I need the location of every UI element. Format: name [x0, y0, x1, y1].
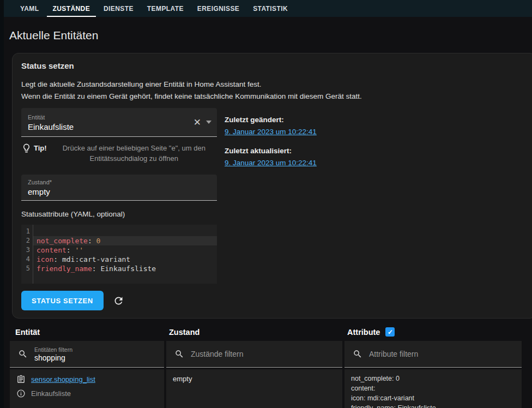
- column-header-state: Zustand: [166, 327, 342, 337]
- line-number: 1: [21, 227, 30, 236]
- column-header-entity: Entität: [10, 327, 164, 337]
- tab-zustaende[interactable]: ZUSTÄNDE: [47, 0, 96, 17]
- yaml-value: mdi:cart-variant: [62, 255, 130, 263]
- attribute-line: not_complete: 0: [351, 374, 522, 383]
- description-line: Legt die aktuelle Zustandsdarstellung ei…: [21, 79, 527, 91]
- last-changed-link[interactable]: 9. Januar 2023 um 10:22:41: [225, 128, 317, 136]
- page-title: Aktuelle Entitäten: [9, 29, 532, 45]
- state-field-label: Zustand*: [28, 179, 217, 185]
- yaml-value: Einkaufsliste: [100, 265, 156, 273]
- tab-label: STATISTIK: [253, 5, 288, 13]
- description-line: Wenn die Entität zu einem Gerät gehört, …: [21, 91, 527, 103]
- state-filter[interactable]: [166, 341, 342, 368]
- last-updated-link[interactable]: 9. Januar 2023 um 10:22:41: [225, 159, 317, 167]
- last-updated-label: Zuletzt aktualisiert:: [225, 147, 317, 155]
- table-header: Entität Zustand Attribute: [10, 327, 522, 341]
- tip-label: Tip!: [34, 144, 47, 152]
- tab-ereignisse[interactable]: EREIGNISSE: [191, 0, 245, 17]
- state-filter-input[interactable]: [191, 350, 317, 358]
- entities-table: Entität Zustand Attribute Entitäten filt…: [10, 327, 522, 408]
- entity-field-value: Einkaufsliste: [28, 122, 194, 131]
- tab-dienste[interactable]: DIENSTE: [98, 0, 140, 17]
- yaml-sep: :: [53, 255, 62, 263]
- status-card: Status setzen Legt die aktuelle Zustands…: [12, 53, 532, 319]
- tab-yaml[interactable]: YAML: [14, 0, 45, 17]
- yaml-editor[interactable]: 1 2 3 4 5 not_complete: 0 content: '' ic…: [21, 225, 217, 284]
- chevron-down-icon[interactable]: [206, 121, 211, 124]
- yaml-key: content: [37, 246, 66, 254]
- yaml-sep: :: [66, 246, 75, 254]
- entity-id-link[interactable]: sensor.shopping_list: [31, 375, 95, 383]
- attributes-checkbox[interactable]: [385, 327, 395, 337]
- search-icon: [18, 349, 28, 359]
- yaml-value: 0: [96, 237, 101, 245]
- tab-label: EREIGNISSE: [197, 5, 239, 13]
- attribute-line: friendly_name: Einkaufsliste: [351, 403, 522, 408]
- search-icon: [174, 349, 184, 359]
- filter-row: Entitäten filtern: [10, 341, 522, 368]
- line-number: 5: [21, 264, 30, 273]
- clipboard-copy-icon[interactable]: [16, 375, 26, 384]
- entity-cell: sensor.shopping_list Einkaufsliste: [10, 369, 164, 408]
- tip-text: Drücke auf einer beliebigen Seite "e", u…: [47, 141, 217, 164]
- attribute-line: content:: [351, 383, 522, 393]
- tab-label: DIENSTE: [104, 5, 134, 13]
- card-title: Status setzen: [19, 61, 527, 70]
- lightbulb-icon: [21, 143, 32, 153]
- info-icon[interactable]: [16, 389, 26, 398]
- yaml-key: friendly_name: [37, 265, 92, 273]
- left-edge-strip: [0, 0, 4, 408]
- tab-template[interactable]: TEMPLATE: [141, 0, 190, 17]
- last-changed-label: Zuletzt geändert:: [225, 116, 317, 124]
- entity-field-label: Entität: [28, 114, 194, 121]
- line-number: 4: [21, 255, 30, 264]
- state-cell: empty: [166, 369, 342, 408]
- attribute-filter-input[interactable]: [369, 350, 496, 358]
- clear-icon[interactable]: ✕: [194, 118, 201, 127]
- timestamps-panel: Zuletzt geändert: 9. Januar 2023 um 10:2…: [225, 108, 317, 313]
- table-row: sensor.shopping_list Einkaufsliste empty…: [10, 369, 522, 408]
- code-line-active: not_complete: 0: [33, 236, 217, 245]
- code-line: content: '': [33, 245, 217, 255]
- line-number: 3: [21, 245, 30, 255]
- column-header-attributes: Attribute: [344, 327, 522, 337]
- column-label: Attribute: [347, 328, 380, 337]
- yaml-sep: :: [92, 265, 101, 273]
- refresh-icon[interactable]: [113, 295, 124, 307]
- entity-friendly-name: Einkaufsliste: [31, 389, 71, 398]
- tab-bar: YAML ZUSTÄNDE DIENSTE TEMPLATE EREIGNISS…: [0, 0, 532, 17]
- column-label: Entität: [15, 328, 40, 337]
- code-line: [33, 227, 217, 236]
- yaml-sep: :: [88, 237, 96, 245]
- yaml-key: icon: [37, 255, 53, 263]
- tab-label: TEMPLATE: [147, 5, 184, 13]
- card-description: Legt die aktuelle Zustandsdarstellung ei…: [19, 79, 527, 103]
- tab-label: ZUSTÄNDE: [53, 5, 90, 13]
- yaml-value: '': [75, 246, 83, 254]
- attribute-line: icon: mdi:cart-variant: [351, 393, 522, 403]
- editor-code: not_complete: 0 content: '' icon: mdi:ca…: [33, 225, 217, 284]
- column-label: Zustand: [169, 328, 200, 337]
- search-icon: [353, 349, 362, 359]
- attribute-filter[interactable]: [344, 341, 522, 368]
- yaml-key: not_complete: [37, 237, 88, 245]
- code-line: friendly_name: Einkaufsliste: [33, 264, 217, 273]
- set-state-button[interactable]: STATUS SETZEN: [21, 291, 104, 310]
- entity-filter-input[interactable]: [34, 353, 108, 362]
- tab-label: YAML: [20, 5, 39, 13]
- entity-picker[interactable]: Entität Einkaufsliste ✕: [21, 108, 217, 137]
- line-number: 2: [21, 236, 30, 245]
- attributes-cell: not_complete: 0 content: icon: mdi:cart-…: [344, 369, 522, 408]
- entity-filter-label: Entitäten filtern: [34, 346, 133, 353]
- tab-statistik[interactable]: STATISTIK: [247, 0, 294, 17]
- state-field-value: empty: [28, 187, 217, 196]
- code-line: icon: mdi:cart-variant: [33, 255, 217, 264]
- attributes-section-label: Statusattribute (YAML, optional): [21, 210, 217, 218]
- entity-filter[interactable]: Entitäten filtern: [10, 341, 164, 368]
- tip-row: Tip! Drücke auf einer beliebigen Seite "…: [21, 141, 217, 165]
- state-input[interactable]: Zustand* empty: [21, 175, 217, 201]
- editor-gutter: 1 2 3 4 5: [21, 225, 33, 284]
